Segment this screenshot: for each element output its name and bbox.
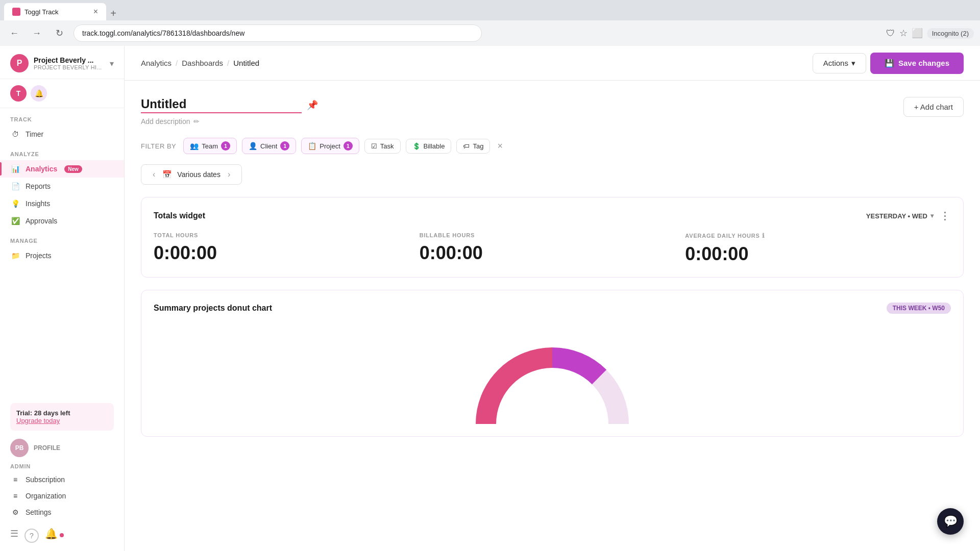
analytics-icon: 📊 (10, 165, 20, 173)
filter-chip-task[interactable]: ☑ Task (364, 139, 401, 154)
projects-label: Projects (26, 252, 52, 260)
shield-icon[interactable]: 🛡 (886, 28, 895, 39)
page-title-left: 📌 Add description ✏ (141, 97, 318, 126)
breadcrumb-analytics[interactable]: Analytics (141, 59, 172, 67)
billable-hours-value: 0:00:00 (420, 242, 685, 264)
add-chart-button[interactable]: + Add chart (903, 97, 964, 117)
donut-chart-svg (471, 322, 634, 424)
browser-actions: 🛡 ☆ ⬜ Incognito (2) (886, 28, 974, 39)
chat-fab-button[interactable]: 💬 (937, 508, 964, 535)
project-filter-icon: 📋 (308, 142, 316, 150)
projects-icon: 📁 (10, 252, 20, 260)
tab-favicon (12, 8, 20, 16)
task-filter-label: Task (380, 142, 394, 150)
breadcrumb-dashboards[interactable]: Dashboards (182, 59, 223, 67)
forward-button[interactable]: → (29, 25, 45, 41)
avatar[interactable]: PB (10, 439, 29, 457)
browser-toolbar: ← → ↻ track.toggl.com/analytics/7861318/… (0, 20, 980, 46)
donut-chart-area (154, 322, 951, 424)
calendar-icon: 📅 (162, 170, 172, 179)
team-filter-label: Team (202, 142, 218, 150)
topbar: Analytics / Dashboards / Untitled Action… (125, 46, 980, 81)
sidebar-item-insights[interactable]: 💡 Insights (0, 195, 124, 212)
sidebar-item-analytics[interactable]: 📊 Analytics New (0, 160, 124, 178)
filter-chip-client[interactable]: 👤 Client 1 (242, 138, 296, 154)
add-description-row[interactable]: Add description ✏ (141, 117, 318, 126)
totals-date-chevron-icon: ▾ (930, 212, 934, 219)
totals-date-label: YESTERDAY • WED (866, 212, 927, 220)
client-filter-count: 1 (280, 141, 289, 151)
star-icon[interactable]: ☆ (899, 28, 908, 39)
avg-daily-value: 0:00:00 (685, 243, 951, 265)
sidebar-item-reports[interactable]: 📄 Reports (0, 178, 124, 195)
date-prev-button[interactable]: ‹ (151, 169, 157, 180)
back-button[interactable]: ← (6, 25, 22, 41)
workspace-icon[interactable]: 🔔 (31, 85, 47, 102)
filter-chip-team[interactable]: 👥 Team 1 (183, 138, 237, 154)
breadcrumb-sep-2: / (227, 59, 229, 67)
actions-label: Actions (823, 59, 848, 67)
help-button[interactable]: ? (24, 529, 39, 543)
totals-widget: Totals widget YESTERDAY • WED ▾ ⋮ TOTAL … (141, 197, 964, 278)
sidebar-item-approvals[interactable]: ✅ Approvals (0, 212, 124, 230)
date-picker[interactable]: ‹ 📅 Various dates › (141, 164, 242, 185)
sidebar-project-info: Project Beverly ... PROJECT BEVERLY HI..… (34, 56, 102, 70)
date-next-button[interactable]: › (226, 169, 232, 180)
sidebar-project-name: Project Beverly ... (34, 56, 102, 64)
analytics-new-badge: New (64, 165, 82, 173)
client-filter-icon: 👤 (249, 142, 257, 150)
task-filter-icon: ☑ (371, 142, 377, 150)
sidebar-item-organization[interactable]: ≡ Organization (10, 488, 114, 504)
analytics-label: Analytics (26, 165, 57, 173)
refresh-button[interactable]: ↻ (51, 25, 67, 41)
timer-label: Timer (26, 130, 43, 138)
hamburger-icon[interactable]: ☰ (10, 528, 18, 539)
edit-icon: ✏ (193, 117, 200, 126)
notification-icon[interactable]: 🔔 (45, 528, 64, 540)
total-hours-label: TOTAL HOURS (154, 232, 420, 238)
totals-widget-more-button[interactable]: ⋮ (940, 210, 951, 222)
total-hours-stat: TOTAL HOURS 0:00:00 (154, 232, 420, 265)
active-tab[interactable]: Toggl Track × (4, 3, 106, 20)
new-tab-button[interactable]: + (106, 6, 120, 20)
sidebar-item-projects[interactable]: 📁 Projects (0, 247, 124, 264)
filter-chip-tag[interactable]: 🏷 Tag (456, 139, 490, 154)
pin-icon[interactable]: 📌 (307, 99, 318, 111)
sidebar-bottom: Trial: 28 days left Upgrade today PB PRO… (0, 395, 124, 551)
save-changes-button[interactable]: 💾 Save changes (870, 53, 964, 74)
approvals-label: Approvals (26, 217, 57, 225)
sidebar: P Project Beverly ... PROJECT BEVERLY HI… (0, 46, 125, 551)
upgrade-link[interactable]: Upgrade today (16, 417, 108, 424)
filter-chip-billable[interactable]: 💲 Billable (406, 139, 452, 154)
organization-label: Organization (26, 492, 66, 500)
sidebar-item-subscription[interactable]: ≡ Subscription (10, 471, 114, 488)
billable-hours-label: BILLABLE HOURS (420, 232, 685, 238)
filter-bar: FILTER BY 👥 Team 1 👤 Client 1 📋 Project (141, 138, 964, 154)
tag-filter-icon: 🏷 (463, 142, 470, 150)
chat-icon: 💬 (944, 515, 958, 528)
add-chart-label: + Add chart (914, 103, 953, 111)
team-filter-count: 1 (221, 141, 230, 151)
insights-icon: 💡 (10, 199, 20, 208)
subscription-label: Subscription (26, 475, 65, 484)
address-bar[interactable]: track.toggl.com/analytics/7861318/dashbo… (74, 24, 482, 42)
sidebar-project-header[interactable]: P Project Beverly ... PROJECT BEVERLY HI… (0, 46, 124, 79)
actions-button[interactable]: Actions ▾ (813, 53, 866, 73)
breadcrumb-sep-1: / (176, 59, 178, 67)
team-filter-icon: 👥 (190, 142, 199, 150)
filter-by-label: FILTER BY (141, 142, 176, 150)
tab-close-button[interactable]: × (93, 7, 98, 16)
page-title-input[interactable] (141, 97, 302, 113)
totals-widget-date-badge[interactable]: YESTERDAY • WED ▾ (866, 212, 934, 220)
totals-widget-actions: YESTERDAY • WED ▾ ⋮ (866, 210, 951, 222)
filter-chip-project[interactable]: 📋 Project 1 (301, 138, 359, 154)
project-filter-count: 1 (344, 141, 353, 151)
sidebar-item-timer[interactable]: ⏱ Timer (0, 126, 124, 143)
totals-widget-title: Totals widget (154, 211, 205, 220)
billable-hours-stat: BILLABLE HOURS 0:00:00 (420, 232, 685, 265)
project-filter-label: Project (320, 142, 340, 150)
clear-filters-button[interactable]: × (495, 139, 505, 154)
sidebar-item-settings[interactable]: ⚙ Settings (10, 504, 114, 520)
profile-icon[interactable]: ⬜ (912, 28, 923, 39)
reports-label: Reports (26, 182, 51, 190)
